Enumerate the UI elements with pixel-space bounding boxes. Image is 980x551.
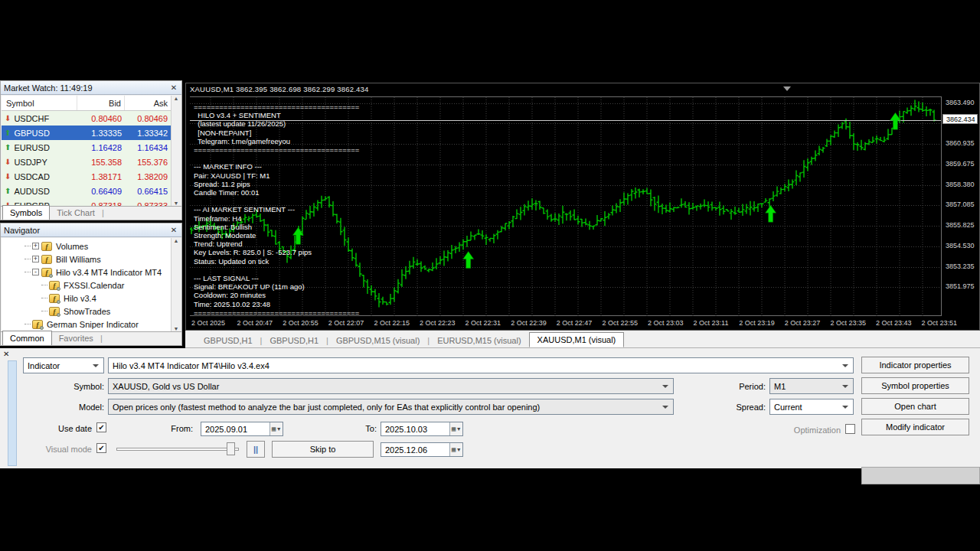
column-bid[interactable]: Bid — [77, 96, 125, 110]
skip-date-field[interactable]: 2025.12.06 ▦▼ — [381, 442, 463, 457]
navigator-item[interactable]: fHilo v3.4 — [2, 292, 171, 305]
market-watch-row[interactable]: ⬇USDCHF0.804600.80469 — [2, 111, 171, 126]
chart-tab[interactable]: GBPUSD,H1 — [196, 334, 260, 347]
chart-tab[interactable]: GBPUSD,M15 (visual) — [328, 334, 427, 347]
bid-cell: 1.38171 — [77, 172, 125, 181]
ohlc-bars — [190, 99, 936, 307]
tab-symbols[interactable]: Symbols — [2, 205, 50, 220]
scroll-up-icon[interactable]: ▲ — [174, 238, 179, 243]
market-watch-title: Market Watch: 11:49:19 — [4, 83, 169, 93]
visual-mode-label: Visual mode — [31, 445, 92, 454]
indicator-f-icon: f — [41, 268, 52, 277]
use-date-checkbox[interactable]: ✔ — [96, 422, 106, 432]
tree-connector — [24, 246, 31, 246]
market-watch-scrollbar[interactable]: ▲ ▼ — [171, 96, 181, 206]
navigator-item[interactable]: fGerman Sniper Indicator — [2, 318, 171, 331]
bid-cell: 0.80460 — [77, 114, 125, 123]
skip-to-button[interactable]: Skip to — [272, 441, 374, 458]
ask-cell: 0.80469 — [125, 114, 171, 123]
calendar-dropdown-icon[interactable]: ▦▼ — [449, 443, 462, 456]
buy-signal-arrow-icon — [463, 252, 474, 269]
symbol-select[interactable]: XAUUSD, Gold vs US Dollar — [108, 378, 674, 394]
column-ask[interactable]: Ask — [125, 96, 171, 110]
symbol-cell: ⬆EURUSD — [2, 143, 77, 152]
bid-cell: 1.16428 — [77, 143, 125, 152]
tester-close-icon[interactable]: ✕ — [3, 350, 9, 358]
optimization-checkbox[interactable] — [845, 424, 855, 434]
navigator-item-label: ShowTrades — [64, 307, 110, 316]
current-price-box: 3862.434 — [942, 114, 978, 124]
chart-tab[interactable]: GBPUSD,H1 — [262, 334, 326, 347]
chart-plot-area[interactable]: ======================================= … — [190, 96, 941, 316]
market-watch-titlebar: Market Watch: 11:49:19 ✕ — [1, 81, 181, 95]
buy-signal-arrow-icon — [766, 205, 776, 222]
market-watch-row[interactable]: ⬆GBPUSD1.333351.33342 — [2, 126, 171, 140]
navigator-item-label: Hilo v3.4 MT4 Indicator MT4 — [56, 268, 162, 277]
tab-favorites[interactable]: Favorites — [52, 332, 100, 345]
market-watch-row[interactable]: ⬆AUDUSD0.664090.66415 — [2, 184, 171, 198]
ask-cell: 1.33342 — [125, 129, 171, 138]
visual-mode-checkbox[interactable]: ✔ — [96, 443, 106, 453]
tester-type-select[interactable]: Indicator — [23, 357, 104, 373]
arrow-down-icon: ⬇ — [5, 115, 11, 122]
symbol-name: AUDUSD — [14, 187, 49, 196]
navigator-item[interactable]: +fBill Williams — [2, 253, 171, 266]
scroll-down-icon[interactable]: ▼ — [174, 201, 179, 206]
market-watch-row[interactable]: ⬆EURUSD1.164281.16434 — [2, 140, 171, 155]
custom-badge-icon — [57, 287, 60, 291]
navigator-item[interactable]: fFXSSI.Calendar — [2, 279, 171, 292]
calendar-dropdown-icon[interactable]: ▦▼ — [449, 422, 462, 435]
bottom-right-button-fragment[interactable] — [861, 467, 980, 484]
indicator-properties-button[interactable]: Indicator properties — [861, 357, 969, 373]
expand-icon[interactable]: + — [32, 243, 39, 249]
column-symbol[interactable]: Symbol — [2, 96, 77, 110]
tab-separator: | — [100, 332, 103, 345]
price-axis[interactable]: 3863.4903860.9353859.6753858.3803857.085… — [941, 96, 979, 316]
arrow-up-icon: ⬆ — [5, 144, 11, 152]
symbol-name: USDJPY — [14, 158, 47, 167]
time-axis-label: 2 Oct 20:55 — [283, 319, 318, 327]
time-axis-label: 2 Oct 22:31 — [466, 319, 501, 327]
navigator-item[interactable]: fShowTrades — [2, 305, 171, 318]
open-chart-button[interactable]: Open chart — [861, 398, 969, 415]
close-icon[interactable]: ✕ — [169, 226, 178, 235]
symbol-cell: ⬇USDCHF — [2, 114, 77, 123]
chart-tab[interactable]: XAUUSD,M1 (visual) — [529, 332, 625, 347]
navigator-scrollbar[interactable]: ▲ ▼ — [171, 238, 181, 331]
tab-tick-chart[interactable]: Tick Chart — [50, 207, 102, 220]
model-select[interactable]: Open prices only (fastest method to anal… — [108, 399, 674, 415]
to-date-field[interactable]: 2025.10.03 ▦▼ — [381, 422, 463, 436]
tree-connector — [24, 324, 31, 324]
pause-button[interactable]: || — [247, 441, 265, 458]
chart-tab[interactable]: EURUSD,M15 (visual) — [430, 334, 528, 347]
expand-icon[interactable]: + — [32, 256, 39, 262]
indicator-f-icon: f — [41, 242, 52, 251]
scroll-up-icon[interactable]: ▲ — [174, 96, 179, 101]
modify-indicator-button[interactable]: Modify indicator — [861, 419, 969, 435]
indicator-path-select[interactable]: Hilo v3.4 MT4 Indicator MT4\Hilo v3.4.ex… — [108, 357, 854, 373]
visual-speed-slider[interactable] — [116, 448, 239, 451]
tab-common[interactable]: Common — [2, 331, 52, 345]
period-select[interactable]: M1 — [769, 378, 854, 394]
navigator-item[interactable]: +fVolumes — [2, 240, 171, 253]
symbol-properties-button[interactable]: Symbol properties — [861, 377, 969, 394]
indicator-path-value: Hilo v3.4 MT4 Indicator MT4\Hilo v3.4.ex… — [113, 361, 270, 370]
arrow-down-icon: ⬇ — [5, 158, 11, 166]
chevron-down-icon — [93, 364, 99, 367]
navigator-item-label: Volumes — [56, 242, 88, 251]
scroll-down-icon[interactable]: ▼ — [174, 326, 179, 331]
time-axis[interactable]: 2 Oct 20252 Oct 20:472 Oct 20:552 Oct 22… — [190, 317, 941, 331]
from-date-field[interactable]: 2025.09.01 ▦▼ — [201, 422, 283, 436]
ask-cell: 1.16434 — [125, 143, 171, 152]
spread-select[interactable]: Current — [769, 399, 854, 415]
market-watch-row[interactable]: ⬇USDCAD1.381711.38209 — [2, 169, 171, 184]
slider-handle[interactable] — [227, 442, 235, 455]
collapse-icon[interactable]: - — [32, 269, 39, 276]
calendar-dropdown-icon[interactable]: ▦▼ — [270, 422, 283, 435]
navigator-item[interactable]: -fHilo v3.4 MT4 Indicator MT4 — [2, 266, 171, 279]
chevron-down-icon — [842, 385, 848, 388]
market-watch-row[interactable]: ⬇USDJPY155.358155.376 — [2, 155, 171, 169]
symbol-name: EURUSD — [14, 143, 49, 152]
chart-shift-marker-icon[interactable] — [783, 86, 791, 91]
close-icon[interactable]: ✕ — [169, 83, 178, 93]
